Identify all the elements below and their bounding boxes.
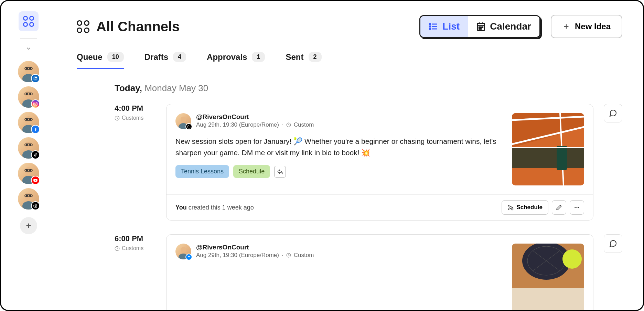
post-row: 4:00 PM Customs	[115, 104, 622, 221]
svg-point-30	[26, 195, 28, 197]
svg-rect-62	[557, 146, 567, 170]
post-avatar	[175, 244, 191, 259]
linkedin-icon	[31, 74, 40, 83]
new-idea-button[interactable]: New Idea	[551, 15, 622, 38]
view-toggle: List Calendar	[419, 15, 540, 38]
divider	[20, 38, 37, 39]
tab-drafts[interactable]: Drafts 4	[144, 52, 186, 69]
svg-point-23	[25, 167, 32, 175]
tag[interactable]: Schedule	[233, 165, 270, 178]
svg-point-15	[26, 118, 28, 120]
channel-threads[interactable]	[18, 188, 39, 210]
post-time: 4:00 PM	[115, 104, 156, 113]
sidebar	[1, 1, 56, 310]
tab-queue[interactable]: Queue 10	[77, 52, 124, 69]
svg-point-48	[479, 29, 480, 29]
comment-button[interactable]	[604, 234, 622, 253]
youtube-icon	[31, 176, 40, 185]
edit-button[interactable]	[552, 200, 566, 215]
svg-point-25	[26, 169, 28, 171]
time-column: 6:00 PM Customs	[115, 234, 156, 310]
post-thumbnail	[512, 113, 584, 185]
post-row: 6:00 PM Customs	[115, 234, 622, 310]
tab-label: Drafts	[144, 52, 168, 62]
pencil-icon	[556, 204, 562, 211]
time-column: 4:00 PM Customs	[115, 104, 156, 221]
svg-point-47	[482, 27, 483, 28]
channel-tiktok[interactable]	[18, 137, 39, 159]
more-button[interactable]	[570, 200, 584, 215]
svg-rect-73	[512, 288, 584, 310]
svg-point-31	[29, 195, 31, 197]
post-card[interactable]: @RiversOnCourt Aug 29th, 19:30 (Europe/R…	[166, 234, 593, 310]
svg-point-3	[29, 67, 31, 69]
calendar-icon	[476, 22, 486, 31]
post-meta: Aug 29th, 19:30 (Europe/Rome) · Custom	[196, 121, 314, 128]
svg-point-39	[430, 26, 431, 27]
svg-point-8	[29, 93, 31, 95]
svg-point-5	[25, 91, 32, 98]
svg-point-18	[25, 142, 32, 149]
svg-point-49	[481, 29, 481, 29]
tab-label: Queue	[77, 52, 103, 62]
view-list-label: List	[442, 21, 460, 32]
svg-point-28	[25, 193, 32, 200]
view-calendar-label: Calendar	[490, 21, 531, 32]
channels-icon	[77, 20, 89, 33]
logo-button[interactable]	[19, 11, 39, 31]
tab-label: Approvals	[207, 52, 247, 62]
clock-icon	[115, 116, 120, 121]
view-list-button[interactable]: List	[420, 16, 468, 37]
svg-point-0	[25, 65, 32, 73]
svg-point-2	[26, 67, 28, 69]
more-icon	[574, 204, 580, 211]
main-content: All Channels List Calendar New Idea	[56, 1, 643, 310]
chat-icon	[609, 109, 617, 117]
svg-rect-61	[512, 148, 584, 168]
bluesky-icon	[185, 254, 192, 260]
svg-point-20	[26, 144, 28, 146]
page-title: All Channels	[96, 19, 180, 34]
plus-icon	[562, 23, 570, 30]
svg-point-16	[29, 118, 31, 120]
post-thumbnail	[512, 244, 584, 310]
tag[interactable]: Tennis Lessons	[175, 165, 229, 178]
svg-point-40	[430, 28, 431, 30]
svg-point-65	[575, 207, 576, 208]
post-tags: Tennis Lessons Schedule	[175, 165, 505, 178]
svg-point-69	[181, 247, 186, 253]
comment-button[interactable]	[604, 104, 622, 122]
feed: Today, Monday May 30 4:00 PM Customs	[77, 83, 622, 310]
post-handle: @RiversOnCourt	[196, 244, 314, 251]
svg-point-13	[25, 116, 32, 124]
channel-linkedin[interactable]	[18, 61, 39, 82]
tab-sent[interactable]: Sent 2	[286, 52, 321, 69]
post-card[interactable]: @RiversOnCourt Aug 29th, 19:30 (Europe/R…	[166, 104, 593, 221]
tab-count: 10	[107, 52, 124, 62]
logo-icon	[23, 16, 34, 27]
svg-point-45	[479, 27, 480, 28]
header: All Channels List Calendar New Idea	[77, 15, 622, 38]
add-channel-button[interactable]	[20, 217, 37, 234]
schedule-button[interactable]: Schedule	[502, 200, 548, 215]
post-time: 6:00 PM	[115, 234, 156, 243]
svg-point-67	[578, 207, 579, 208]
svg-point-11	[34, 103, 36, 105]
channel-facebook[interactable]	[18, 112, 39, 133]
tag-expand-icon[interactable]	[274, 166, 286, 178]
tab-approvals[interactable]: Approvals 1	[207, 52, 265, 69]
clock-icon	[286, 253, 291, 258]
footer-text: You created this 1 week ago	[175, 204, 254, 211]
channel-youtube[interactable]	[18, 163, 39, 184]
svg-point-12	[36, 103, 37, 103]
tab-label: Sent	[286, 52, 303, 62]
clock-icon	[115, 246, 120, 251]
channel-instagram[interactable]	[18, 86, 39, 108]
svg-point-66	[577, 207, 578, 208]
svg-point-53	[181, 117, 186, 122]
list-icon	[429, 22, 438, 31]
collapse-chevron-icon[interactable]	[25, 45, 32, 53]
view-calendar-button[interactable]: Calendar	[468, 16, 539, 37]
send-icon	[507, 204, 514, 211]
svg-point-78	[562, 249, 582, 269]
